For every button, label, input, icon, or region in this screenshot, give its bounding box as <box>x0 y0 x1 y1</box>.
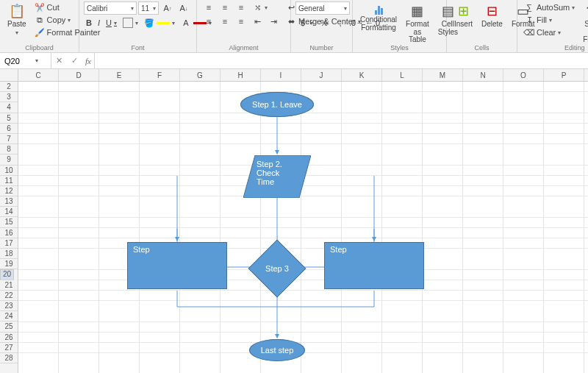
row-header[interactable]: 16 <box>0 228 18 238</box>
paste-button[interactable]: 📋 Paste ▾ <box>4 1 29 38</box>
align-bottom-button[interactable]: ≡ <box>234 1 248 13</box>
cell-grid[interactable]: Step 1. Leave Step 2. Check Time Step St… <box>18 82 588 373</box>
chevron-down-icon: ▾ <box>15 30 18 36</box>
row-header[interactable]: 8 <box>0 144 18 154</box>
clear-button[interactable]: ⌫Clear▾ <box>522 26 577 38</box>
row-header[interactable]: 13 <box>0 196 18 207</box>
insert-cells-button[interactable]: ⊞ Insert <box>451 1 476 30</box>
name-box-input[interactable] <box>3 56 32 66</box>
row-header[interactable]: 25 <box>0 322 18 332</box>
font-size-select[interactable]: 11 ▾ <box>138 1 159 15</box>
decrease-font-button[interactable]: A↓ <box>176 2 191 14</box>
column-header[interactable]: K <box>342 69 382 81</box>
column-header[interactable]: N <box>463 69 503 81</box>
accounting-format-button[interactable]: $▾ <box>295 17 315 29</box>
fill-down-icon: ↧ <box>524 15 534 25</box>
comma-format-button[interactable]: , <box>333 17 348 29</box>
row-header[interactable]: 18 <box>0 249 18 259</box>
column-header[interactable]: D <box>59 69 99 81</box>
column-header[interactable]: F <box>140 69 180 81</box>
italic-button[interactable]: I <box>96 18 102 28</box>
row-header[interactable]: 22 <box>0 291 18 301</box>
percent-format-button[interactable]: % <box>317 17 331 29</box>
bold-button[interactable]: B <box>84 18 94 28</box>
group-cells: ⊞ Insert ⊟ Delete ▭ Format Cells <box>447 0 517 52</box>
flow-decision[interactable]: Step 3 <box>257 248 298 289</box>
font-family-select[interactable]: Calibri ▾ <box>84 1 137 15</box>
chevron-down-icon: ▾ <box>35 57 38 64</box>
column-header[interactable]: E <box>99 69 140 81</box>
delete-cells-button[interactable]: ⊟ Delete <box>478 1 506 30</box>
format-as-table-button[interactable]: ▦ Format as Table <box>403 1 432 46</box>
row-header[interactable]: 11 <box>0 176 18 186</box>
row-header[interactable]: 9 <box>0 154 18 165</box>
row-header[interactable]: 3 <box>0 92 18 102</box>
conditional-formatting-icon <box>375 3 383 15</box>
autosum-button[interactable]: ∑AutoSum▾ <box>522 1 577 13</box>
border-button[interactable]: ▾ <box>121 17 140 29</box>
column-header[interactable]: M <box>423 69 463 81</box>
increase-font-button[interactable]: A↑ <box>160 2 175 14</box>
copy-icon: ⧉ <box>35 15 45 25</box>
align-middle-button[interactable]: ≡ <box>218 1 232 13</box>
number-format-select[interactable]: General ▾ <box>295 1 350 15</box>
decrease-indent-button[interactable]: ⇤ <box>250 15 265 27</box>
cancel-formula-button[interactable]: ✕ <box>51 54 67 67</box>
name-box[interactable]: ▾ <box>0 53 51 68</box>
flow-start[interactable]: Step 1. Leave <box>240 92 314 117</box>
row-header[interactable]: 24 <box>0 311 18 322</box>
align-right-button[interactable]: ≡ <box>234 15 248 27</box>
row-header[interactable]: 27 <box>0 343 18 353</box>
group-label: Alignment <box>197 44 290 51</box>
column-header[interactable]: H <box>220 69 261 81</box>
flow-right-step[interactable]: Step <box>324 242 424 289</box>
flow-left-step[interactable]: Step <box>127 242 227 289</box>
chevron-down-icon: ▾ <box>558 29 561 36</box>
underline-button[interactable]: U▾ <box>104 18 119 28</box>
column-header[interactable]: P <box>544 69 584 81</box>
column-header[interactable]: C <box>18 69 59 81</box>
chevron-down-icon: ▾ <box>172 20 175 26</box>
row-header[interactable]: 28 <box>0 353 18 363</box>
sort-filter-button[interactable]: ⇅ Sort & Filter <box>580 1 588 46</box>
align-middle-icon: ≡ <box>220 2 230 13</box>
bucket-icon: 🪣 <box>144 18 154 28</box>
row-header[interactable]: 6 <box>0 124 18 134</box>
increase-indent-button[interactable]: ⇥ <box>266 15 281 27</box>
row-header[interactable]: 15 <box>0 217 18 227</box>
fx-icon[interactable]: fx <box>82 57 94 65</box>
column-header[interactable]: O <box>503 69 544 81</box>
align-center-button[interactable]: ≡ <box>218 15 232 27</box>
row-header[interactable]: 12 <box>0 186 18 196</box>
row-header[interactable]: 19 <box>0 259 18 269</box>
row-header[interactable]: 20 <box>0 269 14 280</box>
column-header[interactable]: I <box>261 69 301 81</box>
row-header[interactable]: 23 <box>0 301 18 311</box>
row-header[interactable]: 26 <box>0 333 18 343</box>
flow-check[interactable]: Step 2. Check Time <box>243 155 311 198</box>
row-header[interactable]: 14 <box>0 207 18 217</box>
paste-icon: 📋 <box>9 3 25 19</box>
conditional-formatting-button[interactable]: Conditional Formatting <box>357 1 400 33</box>
align-left-button[interactable]: ≡ <box>201 15 216 27</box>
align-top-button[interactable]: ≡ <box>201 1 216 13</box>
select-all-corner[interactable] <box>0 69 18 81</box>
enter-formula-button[interactable]: ✓ <box>67 54 82 67</box>
row-header[interactable]: 4 <box>0 102 18 113</box>
row-header[interactable]: 10 <box>0 166 18 176</box>
group-label: Number <box>291 44 352 51</box>
flow-end[interactable]: Last step <box>249 339 305 361</box>
row-header[interactable]: 21 <box>0 280 18 291</box>
row-header[interactable]: 5 <box>0 113 18 124</box>
column-header[interactable]: L <box>382 69 423 81</box>
fill-button[interactable]: ↧Fill▾ <box>522 14 577 26</box>
row-header[interactable]: 7 <box>0 134 18 144</box>
row-header[interactable]: 17 <box>0 238 18 249</box>
worksheet[interactable]: CDEFGHIJKLMNOP 2345678910111213141516171… <box>0 69 588 373</box>
fill-color-button[interactable]: 🪣▾ <box>142 17 177 29</box>
column-header[interactable]: G <box>180 69 220 81</box>
row-header[interactable]: 2 <box>0 82 18 92</box>
orientation-button[interactable]: ⤭▾ <box>250 1 270 13</box>
column-header[interactable]: J <box>301 69 342 81</box>
formula-input[interactable] <box>95 53 588 68</box>
